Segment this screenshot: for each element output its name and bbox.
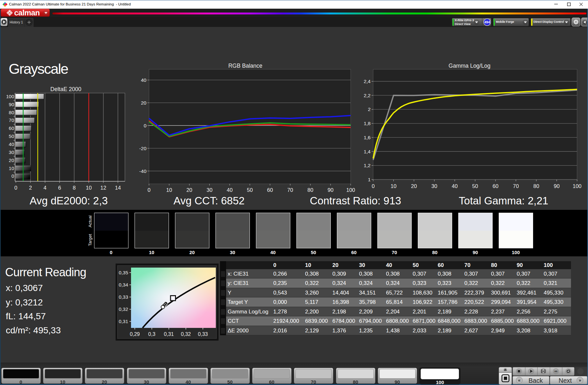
svg-text:100: 100 <box>6 94 14 99</box>
svg-text:0,31: 0,31 <box>164 331 174 337</box>
svg-text:50: 50 <box>247 187 253 193</box>
svg-text:0,35: 0,35 <box>119 270 128 275</box>
svg-text:70: 70 <box>513 183 519 189</box>
svg-text:2: 2 <box>368 107 371 112</box>
svg-text:1,6: 1,6 <box>364 135 371 140</box>
svg-text:0: 0 <box>144 123 146 128</box>
svg-text:40: 40 <box>452 183 458 189</box>
svg-text:0,33: 0,33 <box>119 294 128 300</box>
svg-text:0,31: 0,31 <box>119 319 128 324</box>
svg-text:1: 1 <box>368 177 371 182</box>
svg-text:10: 10 <box>9 166 14 171</box>
svg-text:Actual: Actual <box>88 215 92 227</box>
svg-text:50: 50 <box>9 133 14 139</box>
svg-text:6: 6 <box>58 185 61 191</box>
svg-text:Target: Target <box>88 234 92 246</box>
svg-text:0,3: 0,3 <box>148 331 155 337</box>
svg-text:90: 90 <box>328 187 333 193</box>
svg-text:80: 80 <box>533 183 539 189</box>
svg-text:80: 80 <box>307 187 313 193</box>
svg-text:8: 8 <box>73 185 75 191</box>
svg-text:10: 10 <box>391 183 396 189</box>
svg-text:0,33: 0,33 <box>198 331 208 337</box>
svg-text:80: 80 <box>9 110 14 115</box>
svg-text:20: 20 <box>186 187 192 193</box>
svg-text:40: 40 <box>141 77 147 83</box>
svg-text:0,32: 0,32 <box>181 331 191 337</box>
svg-text:60: 60 <box>267 187 273 193</box>
svg-text:90: 90 <box>9 102 14 107</box>
svg-text:1,2: 1,2 <box>364 163 371 168</box>
svg-text:-20: -20 <box>139 146 147 151</box>
svg-text:20: 20 <box>411 183 417 189</box>
svg-text:70: 70 <box>9 117 14 123</box>
svg-text:40: 40 <box>227 187 233 193</box>
svg-text:0,29: 0,29 <box>130 331 140 337</box>
svg-text:20: 20 <box>9 158 14 163</box>
svg-text:90: 90 <box>554 183 559 189</box>
svg-text:0: 0 <box>372 183 374 189</box>
svg-text:«: « <box>518 378 521 383</box>
svg-text:0: 0 <box>14 185 17 191</box>
svg-text:»: » <box>579 378 581 383</box>
svg-text:30: 30 <box>206 187 212 193</box>
svg-text:-40: -40 <box>139 168 147 174</box>
svg-text:2,2: 2,2 <box>364 93 371 98</box>
svg-text:70: 70 <box>287 187 293 193</box>
svg-text:40: 40 <box>9 141 14 147</box>
svg-text:0,32: 0,32 <box>119 306 128 312</box>
svg-text:DeltaE 2000: DeltaE 2000 <box>50 86 82 92</box>
svg-text:30: 30 <box>431 183 437 189</box>
svg-text:30: 30 <box>9 150 14 155</box>
svg-text:0,34: 0,34 <box>119 282 128 287</box>
svg-text:0: 0 <box>12 173 14 179</box>
svg-text:1,4: 1,4 <box>364 149 371 154</box>
svg-text:4: 4 <box>44 185 47 191</box>
svg-text:2,4: 2,4 <box>364 79 371 84</box>
svg-text:100: 100 <box>573 183 582 189</box>
svg-text:Gamma Log/Log: Gamma Log/Log <box>449 63 490 69</box>
svg-text:60: 60 <box>493 183 498 189</box>
svg-text:1,8: 1,8 <box>364 121 371 126</box>
svg-text:RGB Balance: RGB Balance <box>228 63 262 69</box>
svg-text:20: 20 <box>141 100 147 106</box>
svg-text:0: 0 <box>147 187 150 193</box>
svg-text:60: 60 <box>9 125 14 131</box>
svg-text:10: 10 <box>166 187 172 193</box>
svg-text:∞: ∞ <box>554 369 557 373</box>
svg-text:494: 494 <box>484 20 490 24</box>
svg-text:12: 12 <box>101 185 106 191</box>
svg-text:2: 2 <box>29 185 32 191</box>
svg-text:10: 10 <box>86 185 92 191</box>
svg-text:100: 100 <box>346 187 355 193</box>
svg-text:14: 14 <box>115 185 121 191</box>
svg-text:50: 50 <box>472 183 478 189</box>
